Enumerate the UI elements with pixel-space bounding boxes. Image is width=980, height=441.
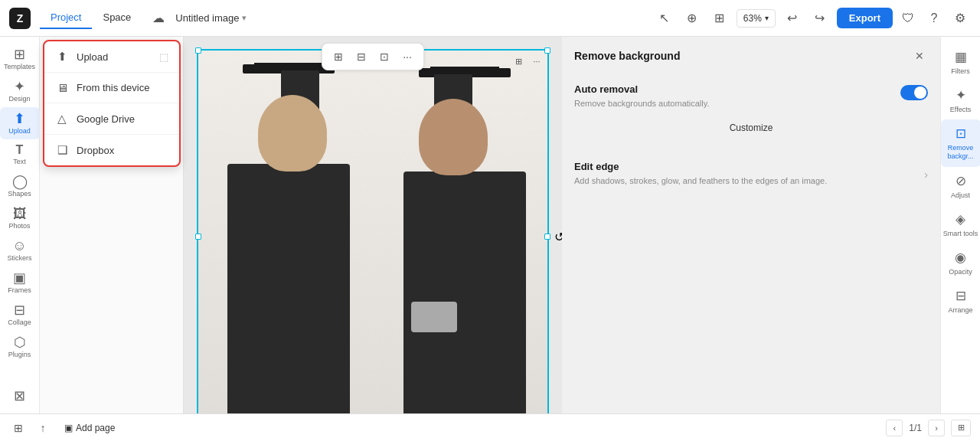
google-drive-icon: △ [55,112,69,126]
remove-bg-icon: ⊡ [956,126,966,142]
edit-edge-section[interactable]: Edit edge Add shadows, strokes, glow, an… [562,150,940,198]
auto-removal-toggle[interactable] [900,85,928,100]
arrange-icon: ⊟ [956,288,966,304]
sidebar-item-photos[interactable]: 🖼 Photos [0,202,40,234]
sidebar-item-design[interactable]: ✦ Design [0,75,40,107]
upload-option-from-device[interactable]: 🖥 From this device [44,73,179,103]
right-sidebar-opacity[interactable]: ◉ Opacity [941,243,981,282]
frames-icon: ▣ [13,271,26,285]
sidebar-item-plugins[interactable]: ⬡ Plugins [0,331,40,363]
smart-tools-icon: ◈ [956,211,965,227]
fit-page-button[interactable]: ⊞ [951,420,971,436]
photos-icon: 🖼 [13,207,27,220]
right-sidebar-effects[interactable]: ✦ Effects [941,81,981,119]
upload-option-upload[interactable]: ⬆ Upload ⬚ [44,41,179,73]
export-button[interactable]: Export [837,8,893,28]
grid-icon: ⊠ [14,389,25,403]
sidebar-item-templates[interactable]: ⊞ Templates [0,43,40,75]
cursor-tool[interactable]: ↖ [654,8,675,29]
auto-removal-desc: Remove backgrounds automatically. [574,98,894,109]
auto-removal-section: Auto removal Remove backgrounds automati… [562,73,940,150]
shapes-icon: ◯ [12,175,28,188]
refresh-icon[interactable]: ↺ [554,230,562,244]
templates-icon: ⊞ [14,47,25,61]
canvas-area: ⊞ ⊟ ⊡ ··· age 1 ⊞ ··· [184,37,562,413]
customize-button[interactable]: Customize [574,117,928,139]
sidebar-item-upload[interactable]: ⬆ Upload [0,107,40,139]
edit-edge-content: Edit edge Add shadows, strokes, glow, an… [574,161,924,187]
panel-close-button[interactable]: ✕ [911,47,928,64]
from-device-icon: 🖥 [55,81,69,94]
page-indicator: 1/1 [909,423,922,433]
chevron-right-icon: › [924,168,928,181]
text-icon: T [16,144,24,156]
right-sidebar-smart-tools[interactable]: ◈ Smart tools [941,205,981,244]
frame-tool[interactable]: ⊞ [328,47,348,67]
tab-project[interactable]: Project [40,7,92,29]
add-page-icon: ▣ [64,423,73,433]
sidebar-item-extra[interactable]: ⊠ [0,384,40,407]
question-icon[interactable]: ? [923,8,945,29]
canvas-top-right: ⊞ ··· [511,54,544,69]
filters-icon: ▦ [955,49,967,65]
topbar-tabs: Project Space [40,7,142,29]
right-sidebar-filters[interactable]: ▦ Filters [941,43,981,81]
bottom-share-button[interactable]: ↑ [34,419,52,437]
right-sidebar-adjust[interactable]: ⊘ Adjust [941,167,981,205]
bottom-icon-button[interactable]: ⊞ [9,419,28,437]
filename-display[interactable]: Untitled image ▾ [175,12,247,24]
cloud-icon[interactable]: ☁ [148,8,169,29]
upload-icon: ⬆ [14,112,25,126]
duplicate-tool[interactable]: ⊟ [351,47,371,67]
upload-option-device-icon: ⬚ [159,51,168,63]
auto-removal-row: Auto removal Remove backgrounds automati… [574,83,928,109]
zoom-control[interactable]: 63% ▾ [737,9,776,28]
sidebar-item-frames[interactable]: ▣ Frames [0,266,40,299]
design-icon: ✦ [14,80,25,93]
app-logo: Z [9,8,31,29]
canvas-image[interactable] [197,49,549,413]
right-sidebar-arrange[interactable]: ⊟ Arrange [941,282,981,320]
right-sidebar: ▦ Filters ✦ Effects ⊡ Remove backgr... ⊘… [940,37,980,413]
left-sidebar: ⊞ Templates ✦ Design ⬆ Upload T Text ◯ S… [0,37,40,413]
canvas-toolbar: ⊞ ⊟ ⊡ ··· [322,43,424,70]
plugins-icon: ⬡ [14,335,26,349]
prev-page-button[interactable]: ‹ [886,420,903,436]
add-page-button[interactable]: ▣ Add page [58,420,121,436]
auto-removal-text: Auto removal Remove backgrounds automati… [574,83,894,109]
shield-icon[interactable]: 🛡 [897,8,919,29]
tab-space[interactable]: Space [92,7,142,29]
fullscreen-icon[interactable]: ⊞ [511,54,526,69]
edit-edge-title: Edit edge [574,161,924,172]
main-area: ⊞ Templates ✦ Design ⬆ Upload T Text ◯ S… [0,37,980,413]
next-page-button[interactable]: › [928,420,945,436]
sidebar-item-shapes[interactable]: ◯ Shapes [0,170,40,202]
sidebar-item-stickers[interactable]: ☺ Stickers [0,234,40,266]
sidebar-item-collage[interactable]: ⊟ Collage [0,299,40,331]
upload-option-upload-icon: ⬆ [55,50,69,64]
dropbox-icon: ❑ [55,143,69,157]
upload-option-dropbox[interactable]: ❑ Dropbox [44,135,179,165]
undo-button[interactable]: ↩ [782,8,803,29]
topbar-right: Export 🛡 ? ⚙ [837,8,971,29]
topbar-center: ☁ Untitled image ▾ ↖ ⊕ ⊞ 63% ▾ ↩ ↪ [148,8,830,29]
gear-icon[interactable]: ⚙ [949,8,971,29]
bottom-bar: ⊞ ↑ ▣ Add page ‹ 1/1 › ⊞ [0,413,980,441]
layer-tool[interactable]: ⊡ [374,47,394,67]
more-tool[interactable]: ··· [397,47,417,67]
panel-header: Remove background ✕ [562,37,940,73]
bottom-right: ‹ 1/1 › ⊞ [886,420,971,436]
collage-icon: ⊟ [14,303,25,317]
upload-option-google-drive[interactable]: △ Google Drive [44,103,179,135]
adjust-icon: ⊘ [956,173,966,189]
upload-dropdown: ⬆ Upload ⬚ 🖥 From this device △ Google D… [43,40,181,167]
canvas-more-icon[interactable]: ··· [529,54,544,69]
right-sidebar-remove-bg[interactable]: ⊡ Remove backgr... [941,119,981,167]
redo-button[interactable]: ↪ [809,8,831,29]
layout-tool[interactable]: ⊞ [709,8,730,29]
sidebar-item-text[interactable]: T Text [0,139,40,170]
stickers-icon: ☺ [12,239,26,253]
remove-bg-panel: Remove background ✕ Auto removal Remove … [562,37,940,413]
opacity-icon: ◉ [955,250,966,266]
crop-tool[interactable]: ⊕ [681,8,703,29]
